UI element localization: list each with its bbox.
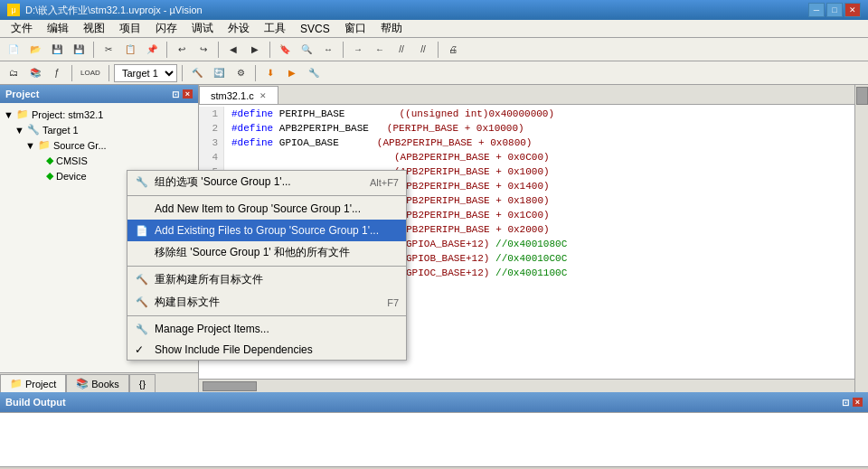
save-button[interactable]: 💾 (47, 40, 67, 60)
tree-item-cmsis[interactable]: ◆ CMSIS (0, 153, 198, 168)
replace-button[interactable]: ↔ (318, 40, 338, 60)
ctx-item-rebuild-all[interactable]: 🔨 重新构建所有目标文件 (127, 268, 406, 291)
batch-build-button[interactable]: ⚙ (231, 63, 250, 83)
paste-button[interactable]: 📌 (142, 40, 162, 60)
separator-7 (71, 65, 72, 81)
new-file-button[interactable]: 📄 (4, 40, 24, 60)
build-output-close[interactable]: × (853, 398, 863, 407)
separator-5 (343, 42, 344, 58)
menu-debug[interactable]: 调试 (184, 19, 221, 38)
menu-peripherals[interactable]: 外设 (221, 19, 257, 38)
menu-project[interactable]: 项目 (112, 19, 148, 38)
bookmark-button[interactable]: 🔖 (275, 40, 295, 60)
menu-file[interactable]: 文件 (4, 19, 40, 38)
build-output-pin[interactable]: ⊡ (842, 398, 849, 408)
ctx-item-manage-project[interactable]: 🔧 Manage Project Items... (127, 318, 406, 340)
print-button[interactable]: 🖨 (443, 40, 463, 60)
menu-window[interactable]: 窗口 (337, 19, 373, 38)
line-num-4: 4 (199, 150, 224, 164)
ctx-item-remove-group[interactable]: 移除组 'Source Group 1' 和他的所有文件 (127, 241, 406, 264)
tab-project[interactable]: 📁 Project (0, 374, 66, 392)
ctx-icon-add-existing: 📄 (135, 223, 149, 238)
tab-close-button[interactable]: ✕ (259, 91, 267, 100)
save-all-button[interactable]: 💾 (69, 40, 89, 60)
ctx-label-build-target: 构建目标文件 (155, 295, 382, 310)
nav-back-button[interactable]: ◀ (223, 40, 243, 60)
menu-flash[interactable]: 闪存 (148, 19, 184, 38)
ctx-item-build-target[interactable]: 🔨 构建目标文件 F7 (127, 291, 406, 314)
editor-tab-bar: stm32.1.c ✕ (199, 85, 854, 105)
menu-svcs[interactable]: SVCS (293, 21, 337, 37)
ctx-label-add-new: Add New Item to Group 'Source Group 1'..… (155, 202, 393, 215)
minimize-button[interactable]: ─ (808, 3, 825, 17)
indent-button[interactable]: → (348, 40, 368, 60)
ctx-item-show-include[interactable]: ✓ Show Include File Dependencies (127, 340, 406, 360)
menu-tools[interactable]: 工具 (257, 19, 293, 38)
line-content-4: (APB2PERIPH_BASE + 0x0C00) (224, 150, 550, 164)
comment-button[interactable]: // (392, 40, 411, 60)
ctx-item-add-existing[interactable]: 📄 Add Existing Files to Group 'Source Gr… (127, 220, 406, 241)
line-num-3: 3 (199, 136, 224, 150)
project-window-button[interactable]: 🗂 (4, 63, 24, 83)
separator-8 (108, 65, 109, 81)
line-num-2: 2 (199, 121, 224, 136)
cut-button[interactable]: ✂ (99, 40, 118, 60)
app-icon: μ (7, 4, 20, 16)
functions-tab-label: {} (139, 379, 146, 389)
code-line-3: 3 #define GPIOA_BASE(APB2PERIPH_BASE + 0… (199, 136, 854, 150)
load-button[interactable]: LOAD (77, 63, 104, 83)
editor-tab-stm32[interactable]: stm32.1.c ✕ (199, 86, 278, 104)
target-select[interactable]: Target 1 (114, 64, 177, 82)
tree-label-cmsis: CMSIS (56, 155, 88, 166)
outdent-button[interactable]: ← (370, 40, 390, 60)
ctx-label-show-include: Show Include File Dependencies (155, 343, 393, 356)
editor-vertical-scrollbar[interactable] (854, 85, 868, 392)
close-button[interactable]: ✕ (844, 3, 861, 17)
debug-settings-button[interactable]: 🔧 (304, 63, 324, 83)
tab-books[interactable]: 📚 Books (66, 374, 129, 392)
tree-label-device: Device (56, 171, 87, 182)
undo-button[interactable]: ↩ (172, 40, 192, 60)
find-button[interactable]: 🔍 (297, 40, 316, 60)
window-controls: ─ □ ✕ (808, 3, 861, 17)
code-line-1: 1 #define PERIPH_BASE((unsigned int)0x40… (199, 107, 854, 121)
menu-view[interactable]: 视图 (76, 19, 112, 38)
copy-button[interactable]: 📋 (120, 40, 140, 60)
maximize-button[interactable]: □ (826, 3, 843, 17)
uncomment-button[interactable]: // (413, 40, 433, 60)
expand-icon-project: ▼ (4, 109, 14, 120)
books-button[interactable]: 📚 (25, 63, 45, 83)
ctx-item-add-new[interactable]: Add New Item to Group 'Source Group 1'..… (127, 198, 406, 220)
tree-item-project[interactable]: ▼ 📁 Project: stm32.1 (0, 107, 198, 122)
separator-4 (269, 42, 270, 58)
menu-help[interactable]: 帮助 (373, 19, 410, 38)
project-panel-pin[interactable]: ⊡ (172, 89, 179, 99)
books-tab-icon: 📚 (76, 378, 89, 389)
open-file-button[interactable]: 📂 (25, 40, 45, 60)
tree-label-source-group: Source Gr... (53, 140, 107, 151)
tree-item-source-group[interactable]: ▼ 📁 Source Gr... (0, 137, 198, 153)
ctx-shortcut-group-options: Alt+F7 (370, 177, 399, 188)
line-content-1: #define PERIPH_BASE((unsigned int)0x4000… (224, 107, 554, 121)
download-button[interactable]: ⬇ (260, 63, 280, 83)
start-debug-button[interactable]: ▶ (282, 63, 302, 83)
tab-functions[interactable]: {} (129, 374, 156, 392)
ctx-check-show-include: ✓ (135, 343, 149, 356)
books-tab-label: Books (91, 379, 119, 389)
context-menu[interactable]: 🔧 组的选项 'Source Group 1'... Alt+F7 Add Ne… (127, 170, 407, 361)
rebuild-button[interactable]: 🔄 (209, 63, 229, 83)
menu-edit[interactable]: 编辑 (40, 19, 76, 38)
functions-button[interactable]: ƒ (47, 63, 67, 83)
editor-horizontal-scrollbar[interactable] (199, 379, 854, 392)
ctx-separator-1 (127, 195, 406, 196)
build-output-title: Build Output (5, 397, 66, 408)
tree-item-target1[interactable]: ▼ 🔧 Target 1 (0, 122, 198, 137)
nav-forward-button[interactable]: ▶ (245, 40, 265, 60)
separator-6 (438, 42, 439, 58)
redo-button[interactable]: ↪ (193, 40, 213, 60)
project-panel-close[interactable]: × (183, 89, 193, 98)
tree-icon-device: ◆ (46, 170, 53, 182)
tree-icon-project: 📁 (16, 108, 29, 120)
ctx-item-group-options[interactable]: 🔧 组的选项 'Source Group 1'... Alt+F7 (127, 171, 406, 193)
build-target-button[interactable]: 🔨 (187, 63, 207, 83)
